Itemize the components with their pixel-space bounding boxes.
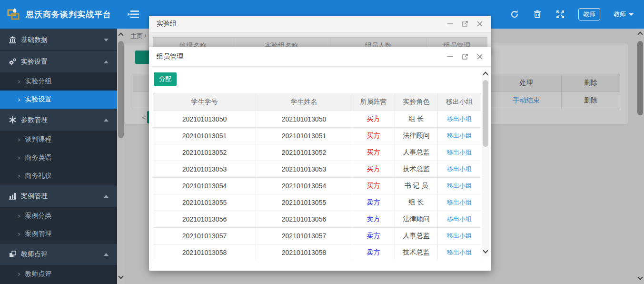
sidebar-item-business-etiquette[interactable]: > 商务礼仪 bbox=[0, 167, 117, 185]
sidebar-group-basic-data[interactable]: 基础数据 bbox=[0, 29, 117, 51]
user-menu[interactable]: 教师 bbox=[614, 10, 634, 19]
student-name-header: 学生姓名 bbox=[256, 93, 352, 111]
scroll-up-icon[interactable] bbox=[483, 71, 488, 77]
member-row: 202101013055 202101013055 卖方 组 长 移出小组 bbox=[153, 194, 481, 211]
chevron-right-icon: > bbox=[18, 78, 20, 85]
student-id-cell: 202101013055 bbox=[153, 194, 256, 211]
sidebar-group-label: 基础数据 bbox=[21, 36, 104, 44]
role-cell: 法律顾问 bbox=[395, 127, 438, 144]
sidebar-item-label: 教师点评 bbox=[25, 270, 52, 278]
student-name-cell: 202101013051 bbox=[256, 127, 352, 144]
sidebar-item-case-management[interactable]: > 案例管理 bbox=[0, 225, 117, 243]
caret-down-icon bbox=[104, 39, 109, 41]
caret-up-icon bbox=[104, 119, 109, 122]
members-table: 学生学号 学生姓名 所属阵营 实验角色 移出小组 202101013050 20… bbox=[153, 93, 481, 260]
remove-from-group-link[interactable]: 移出小组 bbox=[438, 194, 481, 211]
bank-icon bbox=[9, 36, 17, 44]
role-cell: 法律顾问 bbox=[395, 211, 438, 227]
fullscreen-icon[interactable] bbox=[555, 10, 565, 19]
camp-cell: 卖方 bbox=[352, 194, 395, 211]
student-id-cell: 202101013058 bbox=[153, 244, 256, 260]
student-name-cell: 202101013056 bbox=[256, 211, 352, 227]
camp-cell: 买方 bbox=[352, 111, 395, 127]
remove-from-group-link[interactable]: 移出小组 bbox=[438, 227, 481, 244]
camp-cell: 卖方 bbox=[352, 211, 395, 227]
camp-cell: 买方 bbox=[352, 161, 395, 177]
member-row: 202101013051 202101013051 买方 法律顾问 移出小组 bbox=[153, 127, 481, 144]
minimize-icon[interactable] bbox=[446, 53, 454, 61]
sidebar-item-case-categories[interactable]: > 案例分类 bbox=[0, 207, 117, 225]
sidebar-group-teacher-review[interactable]: 教师点评 bbox=[0, 243, 117, 265]
role-cell: 组 长 bbox=[395, 111, 438, 127]
close-icon[interactable] bbox=[476, 20, 484, 28]
scrollbar-thumb[interactable] bbox=[483, 80, 488, 147]
modal-scrollbar[interactable] bbox=[482, 70, 489, 256]
student-id-cell: 202101013056 bbox=[153, 211, 256, 227]
member-row: 202101013054 202101013054 买方 书 记 员 移出小组 bbox=[153, 177, 481, 194]
trash-icon[interactable] bbox=[533, 10, 542, 19]
sidebar-item-experiment-settings[interactable]: > 实验设置 bbox=[0, 91, 117, 109]
sidebar-item-negotiation-course[interactable]: > 谈判课程 bbox=[0, 131, 117, 149]
camp-header: 所属阵营 bbox=[352, 93, 395, 111]
sidebar-item-label: 实验设置 bbox=[25, 95, 52, 104]
scroll-down-icon[interactable] bbox=[483, 248, 488, 253]
sidebar-toggle-icon[interactable] bbox=[128, 10, 140, 19]
chevron-right-icon: > bbox=[18, 136, 20, 143]
teacher-badge[interactable]: 教师 bbox=[578, 8, 600, 20]
sidebar-item-label: 案例分类 bbox=[25, 212, 52, 220]
maximize-icon[interactable] bbox=[461, 53, 469, 61]
student-id-cell: 202101013051 bbox=[153, 127, 256, 144]
student-name-cell: 202101013055 bbox=[256, 194, 352, 211]
sidebar-item-experiment-grouping[interactable]: > 实验分组 bbox=[0, 72, 117, 91]
remove-from-group-link[interactable]: 移出小组 bbox=[438, 177, 481, 194]
bar-chart-icon bbox=[9, 192, 17, 200]
sidebar-group-label: 案例管理 bbox=[21, 192, 104, 201]
asterisk-icon bbox=[9, 116, 17, 124]
layers-icon bbox=[9, 250, 17, 258]
role-cell: 书 记 员 bbox=[395, 177, 438, 194]
student-name-cell: 202101013058 bbox=[256, 244, 352, 260]
role-cell: 技术总监 bbox=[395, 244, 438, 260]
student-name-cell: 202101013053 bbox=[256, 161, 352, 177]
gears-icon bbox=[9, 58, 17, 66]
close-icon[interactable] bbox=[476, 53, 484, 61]
refresh-icon[interactable] bbox=[510, 10, 519, 19]
member-row: 202101013058 202101013058 卖方 技术总监 移出小组 bbox=[153, 244, 481, 260]
chevron-right-icon: > bbox=[18, 96, 20, 103]
sidebar-item-teacher-review[interactable]: > 教师点评 bbox=[0, 265, 117, 283]
brand-logo-icon bbox=[7, 7, 21, 21]
modal-titlebar[interactable]: 组员管理 bbox=[149, 47, 491, 67]
maximize-icon[interactable] bbox=[461, 20, 469, 28]
modal-titlebar[interactable]: 实验组 bbox=[149, 16, 491, 32]
caret-up-icon bbox=[104, 253, 109, 256]
modal-title: 组员管理 bbox=[157, 52, 446, 61]
student-id-header: 学生学号 bbox=[153, 93, 256, 111]
camp-cell: 卖方 bbox=[352, 244, 395, 260]
chevron-right-icon: > bbox=[18, 213, 20, 220]
sidebar-item-label: 案例管理 bbox=[25, 230, 52, 238]
chevron-right-icon: > bbox=[18, 154, 20, 162]
sidebar-group-case-management[interactable]: 案例管理 bbox=[0, 185, 117, 207]
sidebar-group-parameters[interactable]: 参数管理 bbox=[0, 109, 117, 131]
chevron-right-icon: > bbox=[18, 271, 20, 278]
remove-from-group-link[interactable]: 移出小组 bbox=[438, 144, 481, 161]
remove-from-group-link[interactable]: 移出小组 bbox=[438, 211, 481, 227]
assign-button[interactable]: 分配 bbox=[154, 72, 177, 86]
remove-from-group-link[interactable]: 移出小组 bbox=[438, 244, 481, 260]
sidebar-group-experiment-settings[interactable]: 实验设置 bbox=[0, 51, 117, 72]
sidebar-group-label: 参数管理 bbox=[21, 116, 104, 124]
role-cell: 人事总监 bbox=[395, 227, 438, 244]
camp-cell: 买方 bbox=[352, 127, 395, 144]
role-cell: 组 长 bbox=[395, 194, 438, 211]
role-cell: 人事总监 bbox=[395, 144, 438, 161]
sidebar-group-label: 实验设置 bbox=[21, 58, 104, 66]
remove-from-group-link[interactable]: 移出小组 bbox=[438, 161, 481, 177]
sidebar-item-business-english[interactable]: > 商务英语 bbox=[0, 149, 117, 167]
members-table-header-row: 学生学号 学生姓名 所属阵营 实验角色 移出小组 bbox=[153, 93, 481, 111]
modal-body: 分配 学生学号 学生姓名 所属阵营 实验角色 移出小组 202101013050… bbox=[149, 67, 491, 260]
sidebar-item-label: 商务英语 bbox=[25, 153, 52, 162]
student-id-cell: 202101013052 bbox=[153, 144, 256, 161]
remove-from-group-link[interactable]: 移出小组 bbox=[438, 111, 481, 127]
remove-from-group-link[interactable]: 移出小组 bbox=[438, 127, 481, 144]
minimize-icon[interactable] bbox=[446, 20, 454, 28]
